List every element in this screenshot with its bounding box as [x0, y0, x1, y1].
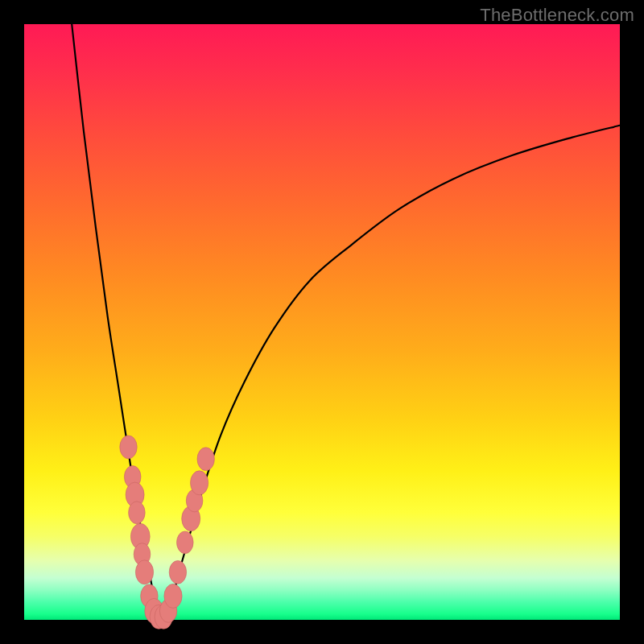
data-marker — [169, 560, 186, 584]
chart-frame: TheBottleneck.com — [0, 0, 644, 644]
data-marker — [120, 436, 137, 459]
data-marker — [164, 584, 182, 608]
curve-layer — [72, 24, 620, 621]
data-marker — [191, 471, 208, 495]
data-marker — [197, 448, 214, 471]
plot-area — [24, 24, 620, 620]
data-marker — [177, 531, 194, 554]
data-marker — [129, 502, 146, 524]
watermark-text: TheBottleneck.com — [480, 5, 634, 26]
bottleneck-curve — [72, 24, 620, 621]
marker-layer — [120, 436, 215, 629]
curve-svg — [24, 24, 620, 620]
data-marker — [135, 560, 153, 584]
